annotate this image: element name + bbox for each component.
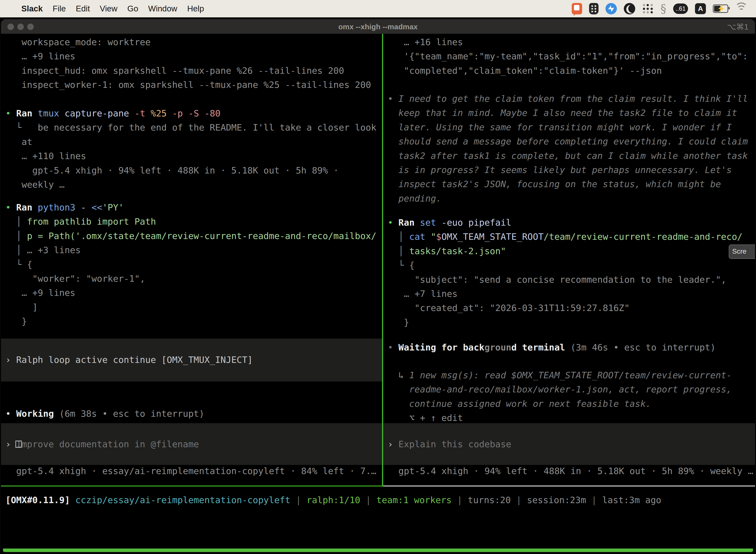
- json-output-tail-block: … +16 lines '{"team_name":"my-team","tas…: [383, 35, 755, 78]
- terminal-text-segment: "created_at": "2026-03-31T11:59:27.816Z": [388, 303, 630, 313]
- terminal-text-segment: I: [16, 439, 21, 449]
- dots-grid-icon[interactable]: [642, 3, 653, 14]
- terminal-text-segment: cczip/essay/ai-reimplementation-copyleft: [75, 495, 291, 505]
- terminal-line: gpt-5.4 xhigh · 94% left · 488K in · 5.1…: [388, 464, 755, 478]
- terminal-text-segment: (6m 38s • esc to interrupt): [59, 408, 204, 419]
- terminal-text-segment: gpt-5.4 xhigh · essay/ai-reimplementatio…: [5, 466, 377, 476]
- menu-item-view[interactable]: View: [95, 4, 122, 13]
- terminal-text-segment: task2 after task1 is complete, but can I…: [388, 151, 748, 161]
- menu-items: SlackFileEditViewGoWindowHelp: [21, 4, 209, 13]
- messenger-icon[interactable]: [606, 3, 617, 14]
- terminal-line: └ {: [5, 258, 382, 272]
- terminal-text-segment: is in progress? It seems likely but perh…: [388, 165, 732, 175]
- terminal-text-segment: -euo pipefail: [441, 217, 511, 228]
- battery-icon[interactable]: ⚡: [713, 3, 728, 14]
- left-terminal-pane[interactable]: workspace_mode: worktree … +9 lines insp…: [1, 34, 382, 486]
- terminal-text-segment: ›: [5, 439, 16, 449]
- terminal-text-segment: •: [5, 408, 16, 419]
- terminal-text-segment: •: [5, 202, 16, 213]
- terminal-text-segment: -p -S -80: [172, 108, 220, 118]
- left-pane-bottom-border: [1, 486, 382, 487]
- mailbox-message-block: ↳ 1 new msg(s): read $OMX_TEAM_STATE_ROO…: [383, 368, 755, 425]
- terminal-line: }: [388, 315, 755, 329]
- terminal-text-segment: •: [388, 94, 398, 104]
- terminal-text-segment: Ran: [398, 217, 420, 228]
- terminal-text-segment: inspect_hud: omx sparkshell --tmux-pane …: [5, 65, 344, 76]
- terminal-text-segment: gpt-5.4 xhigh · 94% left · 488K in · 5.1…: [5, 165, 339, 175]
- menu-item-go[interactable]: Go: [122, 4, 143, 13]
- terminal-window: omx --xhigh --madmax ⌥⌘1 workspace_mode:…: [1, 19, 755, 552]
- terminal-text-segment: (3m 46s • esc to interrupt): [570, 342, 715, 352]
- terminal-text-segment: … +16 lines: [388, 37, 463, 47]
- right-prompt-input[interactable]: › Explain this codebase: [383, 437, 755, 451]
- terminal-text-segment: readme-and-reco/mailbox/worker-1.json, a…: [388, 384, 732, 394]
- menu-item-file[interactable]: File: [48, 4, 71, 13]
- terminal-text-segment: }: [388, 317, 409, 327]
- terminal-line: … +16 lines: [388, 35, 755, 49]
- terminal-text-segment: Working: [16, 408, 59, 419]
- config-dump-block: workspace_mode: worktree … +9 lines insp…: [1, 35, 382, 92]
- kraken-icon[interactable]: §: [660, 3, 666, 14]
- terminal-text-segment: ralph:1/10: [307, 495, 360, 505]
- terminal-line: … +110 lines: [5, 149, 382, 163]
- pane-divider[interactable]: [382, 34, 383, 487]
- terminal-text-segment: Ran: [16, 202, 38, 213]
- terminal-text-segment: turns:20: [468, 495, 511, 505]
- terminal-text-segment: $: [436, 232, 441, 242]
- menu-bar: SlackFileEditViewGoWindowHelp § ..61 A ⚡: [0, 0, 756, 17]
- terminal-line: │ tasks/task-2.json": [388, 244, 755, 258]
- left-prompt-input[interactable]: › Improve documentation in @filename: [1, 437, 382, 451]
- right-terminal-pane[interactable]: … +16 lines '{"team_name":"my-team","tas…: [383, 34, 755, 486]
- terminal-line: readme-and-reco/mailbox/worker-1.json, a…: [388, 382, 755, 396]
- menu-item-edit[interactable]: Edit: [71, 4, 95, 13]
- menu-item-help[interactable]: Help: [182, 4, 209, 13]
- terminal-text-segment: └ be necessary for the end of the README…: [5, 122, 377, 132]
- terminal-line: … +9 lines: [5, 49, 382, 63]
- terminal-text-segment: |: [291, 495, 307, 505]
- agent-thinking-block: • I need to get the claim token from the…: [383, 92, 755, 206]
- menu-item-slack[interactable]: Slack: [21, 4, 48, 13]
- moon-focus-icon[interactable]: [624, 3, 635, 14]
- terminal-text-segment: ": [431, 232, 436, 242]
- terminal-text-segment: session:23m: [527, 495, 586, 505]
- terminal-text-segment: |: [511, 495, 527, 505]
- input-source-icon[interactable]: A: [695, 3, 706, 14]
- terminal-line: ⌥ + ↑ edit: [388, 411, 755, 425]
- terminal-line: › Improve documentation in @filename: [5, 437, 382, 451]
- terminal-line: │ p = Path('.omx/state/team/review-curre…: [5, 229, 382, 243]
- terminal-line: pending.: [388, 191, 755, 206]
- terminal-text-segment: %25: [150, 108, 172, 118]
- usage-badge-icon[interactable]: ..61: [673, 3, 688, 14]
- terminal-text-segment: ›: [388, 439, 398, 449]
- terminal-text-segment: python3: [38, 202, 81, 213]
- terminal-text-segment: at: [5, 137, 32, 147]
- terminal-text-segment: "completed","claim_token":"claim-token"}…: [388, 65, 662, 76]
- desktop: SlackFileEditViewGoWindowHelp § ..61 A ⚡…: [0, 0, 756, 554]
- terminal-text-segment: gpt-5.4 xhigh · 94% left · 488K in · 5.1…: [388, 466, 753, 476]
- waiting-status-line: • Waiting for background terminal (3m 46…: [383, 340, 755, 354]
- terminal-text-segment: I need to get the claim token from the c…: [398, 94, 748, 104]
- terminal-text-segment: │: [5, 216, 27, 227]
- terminal-text-segment: ›: [5, 355, 16, 365]
- screen-record-status-icon[interactable]: [572, 3, 582, 14]
- terminal-text-segment: later. Using the same for transition mig…: [388, 122, 732, 132]
- terminal-text-segment: capture-pane: [64, 108, 134, 118]
- terminal-line: '{"team_name":"my-team","task_id":"1","f…: [388, 49, 755, 63]
- terminal-text-segment: inspect task2's JSON, focusing on the st…: [388, 179, 721, 189]
- terminal-text-segment: │: [388, 232, 409, 242]
- terminal-text-segment: workspace_mode: worktree: [5, 37, 150, 47]
- shield-grid-icon[interactable]: [589, 3, 598, 14]
- terminal-text-segment: … +7 lines: [388, 289, 458, 299]
- terminal-text-segment: "worker": "worker-1",: [5, 274, 145, 284]
- working-status-line: • Working (6m 38s • esc to interrupt): [1, 406, 382, 421]
- terminal-line: › Explain this codebase: [388, 437, 755, 451]
- terminal-text-segment: •: [388, 217, 398, 228]
- terminal-text-segment: should send a message before completing …: [388, 136, 748, 147]
- terminal-text-segment: d terminal: [511, 342, 570, 352]
- window-titlebar[interactable]: omx --xhigh --madmax ⌥⌘1: [1, 19, 755, 34]
- terminal-text-segment: /team/review-current-readme-and-reco/: [544, 232, 743, 242]
- terminal-text-segment: keep that in mind. Maybe I also need the…: [388, 108, 737, 118]
- menu-item-window[interactable]: Window: [143, 4, 182, 13]
- wifi-icon[interactable]: [735, 3, 748, 14]
- right-model-status-line: gpt-5.4 xhigh · 94% left · 488K in · 5.1…: [383, 464, 755, 478]
